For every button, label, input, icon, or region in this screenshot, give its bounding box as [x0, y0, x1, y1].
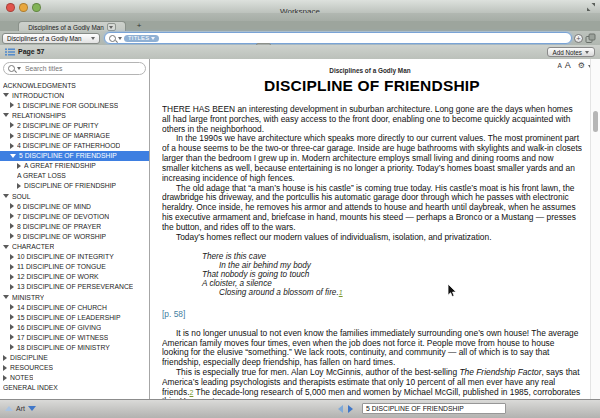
expand-arrow-icon[interactable]: [10, 314, 14, 320]
expand-arrow-icon[interactable]: [10, 324, 14, 330]
toc-item[interactable]: A GREAT LOSS: [0, 171, 149, 181]
toc-item[interactable]: 15 DISCIPLINE OF LEADERSHIP: [0, 312, 149, 322]
toc-item[interactable]: 8 DISCIPLINE OF PRAYER: [0, 221, 149, 231]
toc-item[interactable]: DISCIPLINE OF FRIENDSHIP: [0, 181, 149, 191]
amplify-stack-icon[interactable]: [585, 33, 596, 44]
toc-item[interactable]: 7 DISCIPLINE OF DEVOTION: [0, 211, 149, 221]
increase-font-button[interactable]: A: [565, 59, 571, 72]
expand-arrow-icon[interactable]: [10, 122, 14, 128]
toc-item-label: A GREAT FRIENDSHIP: [24, 162, 96, 169]
add-search-button[interactable]: +: [574, 34, 583, 43]
search-options-icon[interactable]: [17, 67, 21, 70]
toc-search-field[interactable]: [3, 62, 146, 75]
decrease-font-button[interactable]: A: [557, 59, 561, 72]
expand-arrow-icon[interactable]: [10, 203, 14, 209]
toc-search-input[interactable]: [23, 64, 141, 73]
search-scope-token[interactable]: TITLES: [124, 35, 159, 42]
toc-item-label: 9 DISCIPLINE OF WORSHIP: [17, 233, 106, 240]
book-selector-dropdown[interactable]: Disciplines of a Godly Man: [2, 33, 100, 44]
minimize-window-button[interactable]: [19, 3, 28, 12]
browser-toggle-icon[interactable]: [5, 48, 15, 56]
toc-item[interactable]: 11 DISCIPLINE OF TONGUE: [0, 262, 149, 272]
toc-item[interactable]: 10 DISCIPLINE OF INTEGRITY: [0, 252, 149, 262]
fullscreen-icon[interactable]: [587, 3, 595, 11]
toc-item[interactable]: 16 DISCIPLINE OF GIVING: [0, 322, 149, 332]
toc-item[interactable]: 6 DISCIPLINE OF MIND: [0, 201, 149, 211]
close-window-button[interactable]: [6, 3, 15, 12]
back-icon[interactable]: [338, 405, 343, 413]
toc-item[interactable]: 4 DISCIPLINE OF FATHERHOOD: [0, 141, 149, 151]
toc-item[interactable]: 5 DISCIPLINE OF FRIENDSHIP: [0, 151, 149, 161]
toc-item[interactable]: DISCIPLINE: [0, 353, 149, 363]
toc-item[interactable]: A GREAT FRIENDSHIP: [0, 161, 149, 171]
page-break-marker: [p. 58]: [162, 309, 582, 319]
collapse-arrow-icon[interactable]: [3, 194, 9, 198]
expand-arrow-icon[interactable]: [10, 143, 14, 149]
expand-arrow-icon[interactable]: [10, 284, 14, 290]
toc-item[interactable]: 14 DISCIPLINE OF CHURCH: [0, 302, 149, 312]
toc-item[interactable]: MINISTRY: [0, 292, 149, 302]
expand-arrow-icon[interactable]: [10, 274, 14, 280]
collapse-arrow-icon[interactable]: [3, 113, 9, 117]
toc-item-label: A GREAT LOSS: [17, 172, 66, 179]
toc-item[interactable]: 9 DISCIPLINE OF WORSHIP: [0, 231, 149, 241]
expand-arrow-icon[interactable]: [17, 183, 21, 189]
search-icon: [8, 65, 15, 72]
tab-bar: Disciplines of a Godly Man +: [0, 21, 600, 31]
search-scope-menu-icon[interactable]: [118, 37, 122, 40]
expand-arrow-icon[interactable]: [10, 223, 14, 229]
toc-item[interactable]: 17 DISCIPLINE OF WITNESS: [0, 332, 149, 342]
next-article-icon[interactable]: [28, 406, 36, 411]
expand-arrow-icon[interactable]: [10, 133, 14, 139]
collapse-arrow-icon[interactable]: [3, 295, 9, 299]
title-bar[interactable]: Workspace: [0, 0, 600, 14]
zoom-window-button[interactable]: [32, 3, 41, 12]
new-tab-button[interactable]: +: [132, 21, 146, 31]
toc-item[interactable]: CHARACTER: [0, 242, 149, 252]
expand-arrow-icon[interactable]: [10, 213, 14, 219]
reading-pane: Disciplines of a Godly Man A A ⚙ DISCIPL…: [150, 59, 600, 400]
expand-arrow-icon[interactable]: [3, 365, 7, 371]
expand-arrow-icon[interactable]: [10, 233, 14, 239]
poem-line: A cloister, a silence: [202, 279, 582, 288]
previous-article-icon[interactable]: [5, 406, 13, 411]
toc-item[interactable]: NOTES: [0, 373, 149, 383]
toc-item[interactable]: 3 DISCIPLINE OF MARRIAGE: [0, 130, 149, 140]
toc-item[interactable]: 2 DISCIPLINE OF PURITY: [0, 120, 149, 130]
toc-item[interactable]: 1 DISCIPLINE FOR GODLINESS: [0, 100, 149, 110]
vertical-scrollbar[interactable]: [590, 59, 600, 400]
location-field[interactable]: [362, 403, 506, 414]
add-notes-button[interactable]: Add Notes: [547, 47, 595, 57]
scrollbar-thumb[interactable]: [593, 111, 598, 132]
toc-item[interactable]: 18 DISCIPLINE OF MINISTRY: [0, 342, 149, 352]
forward-icon[interactable]: [348, 405, 353, 413]
gear-icon[interactable]: ⚙: [578, 59, 585, 72]
expand-arrow-icon[interactable]: [17, 163, 21, 169]
expand-arrow-icon[interactable]: [10, 334, 14, 340]
expand-arrow-icon[interactable]: [3, 375, 7, 381]
toc-item-label: 18 DISCIPLINE OF MINISTRY: [17, 344, 110, 351]
tab-menu-icon[interactable]: [107, 23, 116, 31]
expand-arrow-icon[interactable]: [10, 344, 14, 350]
footnote-ref[interactable]: 1: [339, 289, 343, 296]
expand-arrow-icon[interactable]: [3, 355, 7, 361]
search-scope-token-label: TITLES: [128, 35, 149, 41]
toc-item-label: 8 DISCIPLINE OF PRAYER: [17, 223, 101, 230]
expand-arrow-icon[interactable]: [10, 304, 14, 310]
expand-arrow-icon[interactable]: [10, 102, 14, 108]
expand-arrow-icon[interactable]: [10, 254, 14, 260]
text-run: In the air behind my body: [219, 261, 311, 270]
search-input[interactable]: TITLES: [104, 32, 572, 44]
expand-arrow-icon[interactable]: [10, 264, 14, 270]
collapse-arrow-icon[interactable]: [3, 245, 9, 249]
toc-item[interactable]: ACKNOWLEDGMENTS: [0, 80, 149, 90]
toc-item[interactable]: 13 DISCIPLINE OF PERSEVERANCE: [0, 282, 149, 292]
collapse-arrow-icon[interactable]: [10, 154, 16, 158]
toc-item[interactable]: RESOURCES: [0, 363, 149, 373]
toc-item[interactable]: RELATIONSHIPS: [0, 110, 149, 120]
toc-item[interactable]: 12 DISCIPLINE OF WORK: [0, 272, 149, 282]
toc-item[interactable]: SOUL: [0, 191, 149, 201]
toc-item[interactable]: GENERAL INDEX: [0, 383, 149, 393]
collapse-arrow-icon[interactable]: [3, 93, 9, 97]
toc-item[interactable]: INTRODUCTION: [0, 90, 149, 100]
